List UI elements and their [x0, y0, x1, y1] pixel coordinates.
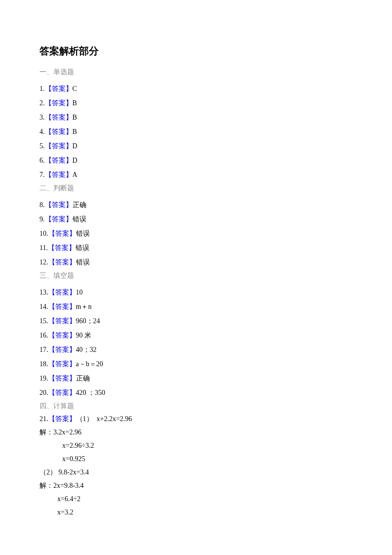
answer-value: 40；32 — [76, 346, 97, 353]
answer-item: 1.【答案】C — [39, 84, 353, 94]
answer-tag: 【答案】 — [45, 171, 73, 178]
item-number: 8. — [39, 201, 45, 209]
answer-item: 11.【答案】错误 — [39, 243, 353, 253]
page-title: 答案解析部分 — [39, 44, 353, 58]
answer-tag: 【答案】 — [45, 157, 73, 164]
answer-item: 21.【答案】（1） x+2.2x=2.96 — [39, 414, 353, 424]
answer-item: 7.【答案】A — [39, 170, 353, 180]
answer-item: 14.【答案】m＋n — [39, 301, 353, 312]
section-header-judgment: 二、判断题 — [39, 184, 353, 193]
answer-tag: 【答案】 — [48, 360, 76, 368]
answer-tag: 【答案】 — [48, 289, 76, 296]
answer-value: D — [73, 142, 78, 150]
item-number: 9. — [39, 215, 45, 223]
answer-item: 18.【答案】a－b＝20 — [39, 359, 353, 369]
answer-item: 2.【答案】B — [39, 98, 353, 108]
answer-value: 错误 — [76, 244, 89, 252]
answer-item: 3.【答案】B — [39, 112, 353, 123]
answer-tag: 【答案】 — [45, 215, 73, 223]
solve-label: 解： — [39, 482, 53, 489]
item-number: 19. — [39, 375, 48, 382]
answer-item: 8.【答案】正确 — [39, 200, 353, 210]
calc-step: x=2.96÷3.2 — [39, 440, 353, 451]
item-number: 21. — [39, 415, 48, 423]
item-number: 3. — [39, 114, 45, 121]
answer-value: 90 米 — [76, 332, 92, 339]
answer-tag: 【答案】 — [45, 114, 73, 121]
part-label: （1） — [76, 415, 93, 423]
calc-step: （2） 9.8-2x=3.4 — [39, 467, 353, 477]
item-number: 18. — [39, 360, 48, 368]
answer-item: 4.【答案】B — [39, 127, 353, 137]
answer-value: D — [73, 157, 78, 164]
answer-item: 12.【答案】错误 — [39, 257, 353, 267]
solve-label: 解： — [39, 428, 53, 436]
answer-tag: 【答案】 — [45, 201, 73, 209]
item-number: 13. — [39, 289, 48, 296]
calc-expression: x=0.925 — [62, 455, 85, 463]
item-number: 16. — [39, 332, 48, 339]
item-number: 11. — [39, 244, 48, 252]
answer-item: 15.【答案】960；24 — [39, 316, 353, 326]
answer-value: A — [73, 171, 78, 178]
answer-tag: 【答案】 — [48, 375, 76, 382]
item-number: 4. — [39, 128, 45, 135]
answer-value: 错误 — [73, 215, 86, 223]
answer-value: 420 ；350 — [76, 389, 106, 396]
calc-step: 解：3.2x=2.96 — [39, 427, 353, 437]
answer-value: 错误 — [76, 230, 90, 237]
section-header-single-choice: 一、单选题 — [39, 68, 353, 77]
answer-tag: 【答案】 — [48, 258, 76, 266]
answer-value: 正确 — [73, 201, 86, 209]
part-label: （2） — [39, 469, 57, 476]
item-number: 17. — [39, 346, 48, 353]
answer-value: B — [73, 114, 77, 121]
calc-expression: 3.2x=2.96 — [53, 428, 81, 436]
answer-tag: 【答案】 — [48, 415, 76, 423]
equation: x+2.2x=2.96 — [97, 415, 132, 423]
item-number: 15. — [39, 317, 48, 325]
calc-step: x=6.4÷2 — [39, 494, 353, 504]
answer-tag: 【答案】 — [48, 303, 76, 310]
item-number: 2. — [39, 99, 45, 107]
item-number: 14. — [39, 303, 48, 310]
equation: 9.8-2x=3.4 — [59, 469, 89, 476]
item-number: 20. — [39, 389, 48, 396]
calc-step: x=0.925 — [39, 454, 353, 464]
answer-tag: 【答案】 — [48, 389, 76, 396]
answer-tag: 【答案】 — [45, 99, 73, 107]
answer-item: 16.【答案】90 米 — [39, 330, 353, 341]
answer-value: 960；24 — [76, 317, 100, 325]
calc-expression: 2x=9.8-3.4 — [53, 482, 84, 489]
answer-value: B — [73, 128, 77, 135]
answer-item: 9.【答案】错误 — [39, 214, 353, 224]
calc-step: x=3.2 — [39, 507, 353, 517]
answer-value: a－b＝20 — [76, 360, 103, 368]
answer-tag: 【答案】 — [45, 128, 73, 135]
item-number: 5. — [39, 142, 45, 150]
answer-tag: 【答案】 — [48, 244, 76, 252]
answer-tag: 【答案】 — [45, 85, 73, 92]
answer-tag: 【答案】 — [45, 142, 73, 150]
answer-tag: 【答案】 — [48, 230, 76, 237]
answer-value: 正确 — [76, 375, 90, 382]
calc-expression: x=3.2 — [57, 509, 73, 516]
item-number: 6. — [39, 157, 45, 164]
calc-expression: x=2.96÷3.2 — [62, 442, 94, 449]
answer-tag: 【答案】 — [48, 332, 76, 339]
answer-item: 20.【答案】420 ；350 — [39, 387, 353, 398]
answer-item: 13.【答案】10 — [39, 287, 353, 298]
item-number: 7. — [39, 171, 45, 178]
answer-item: 10.【答案】错误 — [39, 228, 353, 239]
answer-item: 17.【答案】40；32 — [39, 344, 353, 355]
answer-value: m＋n — [76, 303, 92, 310]
answer-item: 5.【答案】D — [39, 141, 353, 151]
answer-tag: 【答案】 — [48, 317, 76, 325]
item-number: 12. — [39, 258, 48, 266]
section-header-calculation: 四、计算题 — [39, 402, 353, 411]
answer-item: 6.【答案】D — [39, 155, 353, 166]
section-header-fill-blank: 三、填空题 — [39, 271, 353, 280]
item-number: 1. — [39, 85, 45, 92]
answer-value: 10 — [76, 289, 83, 296]
answer-tag: 【答案】 — [48, 346, 76, 353]
